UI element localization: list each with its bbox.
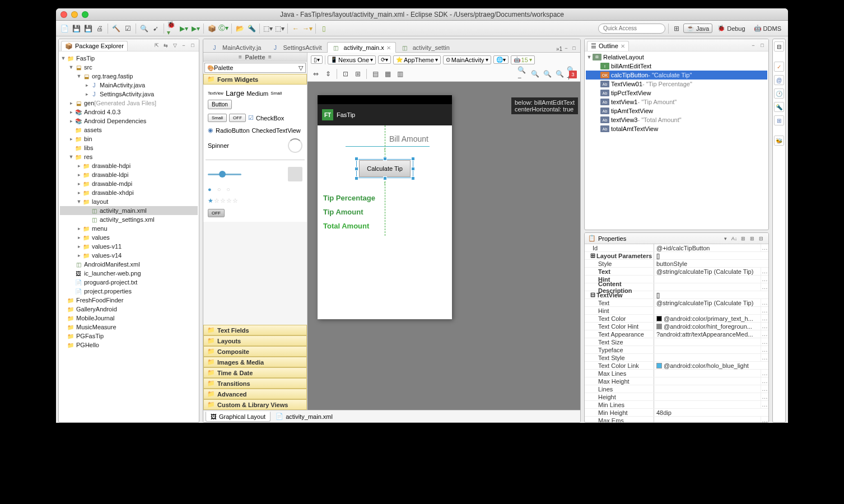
search-fast-icon[interactable]: 🔦 (774, 102, 784, 112)
maximize-icon[interactable]: □ (758, 41, 766, 49)
restore-icon[interactable]: ⊟ (757, 235, 765, 242)
new-package-icon[interactable]: 📦 (207, 24, 217, 34)
palette-section-custom[interactable]: 📁 Custom & Library Views (203, 399, 307, 410)
main-toolbar: 📄 💾 💾 🖨 🔨 ☑ 🔍 ➹ 🐞▾ ▶▾ ▶▾ 📦 Ⓒ▾ 📂 🔦 ⬚▾ ⬚▾ … (56, 21, 788, 36)
palette-section-composite[interactable]: 📁 Composite (203, 346, 307, 357)
progress-icon[interactable]: ⊞ (774, 115, 784, 125)
minimize-icon[interactable]: − (749, 41, 757, 49)
save-all-icon[interactable]: 💾 (83, 24, 93, 34)
outline-tab[interactable]: ☰ Outline ✕ (587, 41, 629, 51)
theme-dropdown[interactable]: ⭐AppTheme ▾ (393, 55, 441, 64)
zoom-fit-icon[interactable]: 🔍 (530, 69, 540, 79)
toggle-margin-icon[interactable]: ⊡ (341, 69, 351, 79)
config-dropdown[interactable]: ▯▾ (311, 55, 323, 64)
palette-section-layouts[interactable]: 📁 Layouts (203, 335, 307, 346)
constraint-tooltip: below: billAmtEditText centerHorizontal:… (511, 97, 578, 114)
save-icon[interactable]: 💾 (71, 24, 81, 34)
palette-section-formwidgets[interactable]: 📁 Form Widgets (203, 74, 307, 85)
open-perspective-icon[interactable]: ⊞ (672, 24, 682, 34)
properties-panel: 📋Properties ▾A↓⊞⊞⊟ Id@+id/calcTipButton…… (584, 232, 769, 423)
toggle-margin2-icon[interactable]: ⊞ (353, 69, 363, 79)
minimize-icon[interactable]: − (180, 41, 188, 49)
zoom-fit2-icon[interactable]: 🔍 (554, 69, 565, 79)
sort-icon[interactable]: A↓ (730, 235, 738, 242)
align-right-icon[interactable]: ▥ (395, 69, 405, 79)
palette-section-textfields[interactable]: 📁 Text Fields (203, 325, 307, 335)
palette-section-advanced[interactable]: 📁 Advanced (203, 389, 307, 399)
align-center-icon[interactable]: ▦ (383, 69, 393, 79)
zoom-100-icon[interactable]: 🔍 (542, 69, 552, 79)
outline-tree[interactable]: ▼⊞RelativeLayout IbillAmtEditText OKcalc… (585, 52, 768, 230)
forward-icon[interactable]: →▾ (302, 24, 313, 34)
palette-button-widget[interactable]: Button (208, 100, 232, 109)
package-explorer-tree[interactable]: ▼📁FasTip ▼⬓src ▼⬓org.traeg.fastip ▸JMain… (59, 52, 199, 422)
api-dropdown[interactable]: 🤖 15 ▾ (511, 55, 535, 64)
open-type-icon[interactable]: 🔍 (139, 24, 149, 34)
minimize-editor-icon[interactable]: − (562, 44, 570, 52)
activity-dropdown[interactable]: ⊙MainActivity ▾ (443, 55, 491, 64)
properties-table[interactable]: Id@+id/calcTipButton… ⊞Layout Parameters… (585, 244, 768, 422)
history-icon[interactable]: 🕐 (774, 88, 784, 99)
package-explorer-tab[interactable]: 📦 Package Explorer (61, 41, 128, 51)
open-folder-icon[interactable]: 📂 (235, 24, 245, 34)
back-icon[interactable]: ← (291, 24, 301, 34)
maximize-icon[interactable]: □ (189, 41, 197, 49)
palette-section-timedate[interactable]: 📁 Time & Date (203, 367, 307, 378)
ddms-perspective-button[interactable]: 🤖DDMS (750, 24, 785, 33)
android-sdk-icon[interactable]: ▯ (319, 24, 329, 34)
new-icon[interactable]: 📄 (59, 24, 69, 34)
xml-source-tab[interactable]: 📄 activity_main.xml (271, 411, 338, 422)
view-menu-icon[interactable]: ▽ (171, 41, 179, 49)
logcat-icon[interactable]: 🐝 (774, 136, 784, 146)
nav2-icon[interactable]: ⬚▾ (274, 24, 285, 34)
layout-canvas[interactable]: ▯▾ 📱 Nexus One ▾ ⟳▾ ⭐AppTheme ▾ ⊙MainAct… (307, 53, 580, 410)
align-left-icon[interactable]: ▤ (370, 69, 380, 79)
print-icon[interactable]: 🖨 (95, 24, 105, 34)
error-badge[interactable]: 3 (569, 71, 577, 78)
markers-icon[interactable]: @ (774, 75, 784, 85)
palette-dropdown[interactable]: 🎨 Palette▽ (204, 63, 306, 73)
editor-tab-activitysettings[interactable]: ◫activity_settin (396, 42, 455, 53)
filter-icon[interactable]: ▾ (721, 235, 729, 242)
collapse-all-icon[interactable]: ⇱ (153, 41, 161, 49)
fast-view-restore-icon[interactable]: ⊟ (774, 41, 784, 52)
run-icon[interactable]: ▶▾ (179, 24, 189, 34)
tab-overflow[interactable]: »1 (556, 46, 562, 52)
task-list-icon[interactable]: ✓ (774, 62, 784, 72)
outline-panel: ☰ Outline ✕ −□ ▼⊞RelativeLayout IbillAmt… (584, 39, 769, 230)
editor-tab-activitymain[interactable]: ◫activity_main.x ✕ (327, 42, 396, 53)
outline-selected-item: OKcalcTipButton - "Calculate Tip" (586, 71, 767, 80)
build-icon[interactable]: 🔨 (111, 24, 121, 34)
palette-section-transitions[interactable]: 📁 Transitions (203, 378, 307, 389)
set-bounds2-icon[interactable]: ⇕ (323, 69, 333, 79)
cursor-icon[interactable]: ➹ (151, 24, 161, 34)
advanced-icon[interactable]: ⊞ (739, 235, 747, 242)
nav-icon[interactable]: ⬚▾ (263, 24, 273, 34)
palette-panel: ≡ Palette ≡ 🎨 Palette▽ 📁 Form Widgets Te… (203, 53, 307, 410)
editor-tab-mainactivity[interactable]: JMainActivity.ja (206, 42, 266, 53)
view-menu-icon[interactable]: ⊞ (748, 235, 756, 242)
toggle-icon[interactable]: ☑ (123, 24, 133, 34)
maximize-editor-icon[interactable]: □ (570, 44, 578, 52)
locale-dropdown[interactable]: 🌐▾ (493, 55, 509, 64)
zoom-out-icon[interactable]: 🔍− (517, 69, 528, 79)
set-bounds-icon[interactable]: ⇔ (311, 69, 321, 79)
bill-amount-input[interactable] (346, 131, 430, 147)
link-editor-icon[interactable]: ⇆ (162, 41, 170, 49)
calculate-tip-button[interactable]: Calculate Tip (359, 160, 411, 177)
graphical-layout-tab[interactable]: 🖼 Graphical Layout (206, 412, 271, 422)
device-dropdown[interactable]: 📱 Nexus One ▾ (328, 55, 376, 64)
debug-perspective-button[interactable]: 🐞Debug (714, 24, 748, 33)
orientation-dropdown[interactable]: ⟳▾ (378, 55, 391, 64)
debug-icon[interactable]: 🐞▾ (167, 24, 177, 34)
new-class-icon[interactable]: Ⓒ▾ (218, 24, 229, 34)
device-preview[interactable]: FT FasTip ↑ Calcu (318, 95, 452, 319)
close-icon[interactable]: ✕ (621, 43, 625, 49)
close-icon[interactable]: ✕ (386, 45, 391, 51)
palette-section-images[interactable]: 📁 Images & Media (203, 357, 307, 367)
java-perspective-button[interactable]: ☕ Java (683, 24, 712, 33)
quick-access-input[interactable] (598, 24, 665, 34)
run-last-icon[interactable]: ▶▾ (190, 24, 200, 34)
editor-tab-settingsactivity[interactable]: JSettingsActivit (266, 42, 327, 53)
search-icon[interactable]: 🔦 (246, 24, 257, 34)
